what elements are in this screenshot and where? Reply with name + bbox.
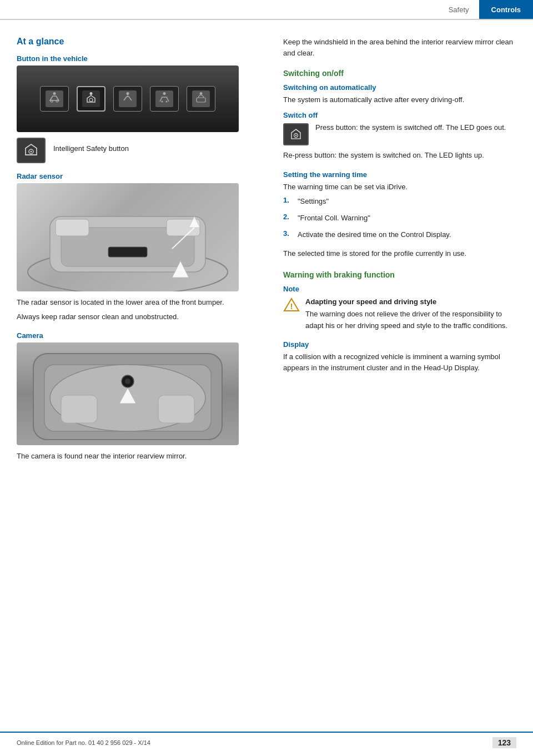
camera-image-svg — [17, 342, 239, 445]
list-text-2: "Frontal Coll. Warning" — [298, 213, 370, 224]
list-text-3: Activate the desired time on the Control… — [298, 229, 451, 240]
btn-icon-inner-3 — [119, 90, 137, 107]
note-body-text: The warning does not relieve the driver … — [305, 309, 516, 331]
note-box: ! Adapting your speed and driving style … — [283, 296, 516, 334]
footer: Online Edition for Part no. 01 40 2 956 … — [0, 732, 533, 748]
btn-icon-3 — [113, 86, 142, 112]
left-column: At a glance Button in the vehicle — [17, 37, 261, 465]
footer-text: Online Edition for Part no. 01 40 2 956 … — [17, 739, 150, 746]
intro-text: Keep the windshield in the area behind t… — [283, 37, 516, 59]
camera-text: The camera is found near the interior re… — [17, 451, 261, 462]
header-controls-label: Controls — [479, 0, 533, 19]
setting-warning-stored: The selected time is stored for the prof… — [283, 248, 516, 259]
button-in-vehicle-label: Button in the vehicle — [17, 54, 261, 63]
warning-triangle-icon: ! — [283, 298, 300, 312]
safety-icon-svg — [85, 94, 97, 104]
btn-icon-1 — [40, 86, 69, 112]
vehicle-icon-1 — [48, 94, 61, 104]
intelligent-safety-row: Intelligent Safety button — [17, 138, 261, 163]
setting-warning-time-label: Setting the warning time — [283, 170, 516, 179]
btn-icon-inner-4 — [155, 90, 173, 107]
list-num-3: 3. — [283, 229, 293, 244]
intelligent-safety-icon — [22, 143, 40, 158]
camera-label: Camera — [17, 331, 261, 340]
numbered-list: 1. "Settings" 2. "Frontal Coll. Warning"… — [283, 196, 516, 244]
switch-off-icon — [288, 128, 304, 141]
svg-point-5 — [166, 101, 168, 103]
vehicle-icon-3 — [122, 94, 134, 104]
btn-icon-inner-5 — [192, 90, 210, 107]
svg-rect-12 — [108, 247, 147, 257]
vehicle-icon-4 — [158, 94, 170, 104]
svg-rect-21 — [61, 395, 97, 423]
radar-sensor-text2: Always keep radar sensor clean and unobs… — [17, 311, 261, 322]
button-in-vehicle-image — [17, 65, 239, 132]
svg-rect-6 — [197, 98, 205, 102]
svg-rect-13 — [56, 219, 89, 236]
btn-icon-4 — [150, 86, 179, 112]
list-num-1: 1. — [283, 196, 293, 210]
switch-off-text2: Re-press button: the system is switched … — [283, 150, 516, 161]
button-icons-row — [29, 75, 227, 123]
btn-icon-5 — [187, 86, 215, 112]
switching-on-auto-label: Switching on automatically — [283, 83, 516, 92]
display-label: Display — [283, 340, 516, 349]
svg-text:!: ! — [290, 302, 293, 311]
btn-icon-led-1 — [53, 92, 56, 95]
svg-point-2 — [89, 98, 93, 102]
intelligent-safety-icon-box — [17, 138, 46, 163]
note-label: Note — [283, 285, 516, 293]
camera-image — [17, 342, 239, 445]
main-content: At a glance Button in the vehicle — [0, 20, 533, 498]
svg-point-4 — [162, 101, 163, 103]
switching-on-off-title: Switching on/off — [283, 69, 516, 78]
switch-off-label: Switch off — [283, 111, 516, 119]
radar-sensor-image — [17, 183, 239, 291]
radar-sensor-text1: The radar sensor is located in the lower… — [17, 297, 261, 308]
note-content: Adapting your speed and driving style Th… — [305, 296, 516, 334]
svg-rect-22 — [158, 395, 194, 423]
at-a-glance-title: At a glance — [17, 37, 261, 47]
switch-off-row: Press button: the system is switched off… — [283, 122, 516, 145]
list-num-2: 2. — [283, 213, 293, 227]
display-text: If a collision with a recognized vehicle… — [283, 351, 516, 374]
list-item-3: 3. Activate the desired time on the Cont… — [283, 229, 516, 244]
btn-icon-led-4 — [163, 92, 166, 95]
btn-icon-led-5 — [200, 92, 203, 95]
intelligent-safety-label: Intelligent Safety button — [53, 143, 129, 154]
switch-off-text: Press button: the system is switched off… — [315, 122, 506, 133]
warning-braking-title: Warning with braking function — [283, 270, 516, 279]
setting-warning-time-text: The warning time can be set via iDrive. — [283, 182, 516, 193]
switching-on-auto-text: The system is automatically active after… — [283, 94, 516, 105]
header-bar: Safety Controls — [0, 0, 533, 20]
btn-icon-2 — [77, 86, 105, 112]
btn-icon-inner-1 — [46, 90, 63, 107]
radar-image-svg — [17, 183, 239, 291]
switch-off-icon-box — [283, 123, 309, 145]
btn-icon-led-3 — [127, 92, 129, 95]
radar-sensor-label: Radar sensor — [17, 172, 261, 180]
right-column: Keep the windshield in the area behind t… — [278, 37, 516, 465]
list-item-1: 1. "Settings" — [283, 196, 516, 210]
note-title-text: Adapting your speed and driving style — [305, 296, 516, 308]
svg-point-8 — [31, 151, 32, 153]
btn-icon-inner-2 — [82, 90, 100, 107]
list-item-2: 2. "Frontal Coll. Warning" — [283, 213, 516, 227]
list-text-1: "Settings" — [298, 196, 329, 207]
svg-point-27 — [295, 135, 297, 137]
btn-icon-led-2 — [90, 92, 93, 95]
svg-point-24 — [125, 379, 130, 384]
vehicle-icon-5 — [195, 94, 207, 104]
header-safety-label: Safety — [439, 6, 479, 14]
page-number: 123 — [492, 737, 516, 748]
